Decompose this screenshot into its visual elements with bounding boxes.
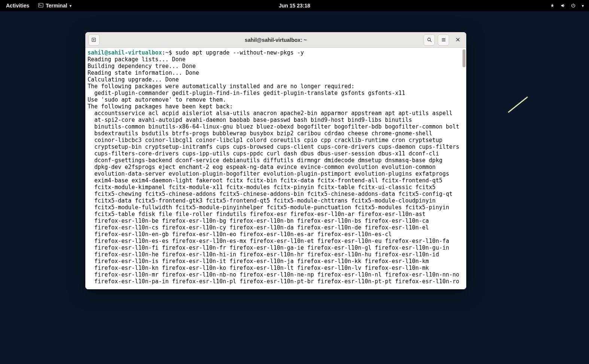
app-menu-label: Terminal <box>46 3 67 9</box>
package-list-line: firefox-esr-l10n-mr firefox-esr-l10n-nb-… <box>88 271 464 278</box>
package-list-line: fcitx5-data fcitx5-frontend-gtk3 fcitx5-… <box>88 197 464 204</box>
output-line: Calculating upgrade... Done <box>88 76 179 83</box>
package-list-line: at-spi2-core avahi-autoipd avahi-daemon … <box>88 117 464 123</box>
package-list-line: fcitx5-module-fullwidth fcitx5-module-pi… <box>88 204 464 211</box>
prompt-symbol: $ <box>169 49 172 56</box>
window-title: sahil@sahil-virtualbox: ~ <box>245 37 307 43</box>
clock[interactable]: Jun 15 23:18 <box>279 3 310 9</box>
prompt-path: ~ <box>165 49 169 56</box>
package-list-line: firefox-esr-l10n-cs firefox-esr-l10n-cy … <box>88 224 464 231</box>
package-list-line: dpkg-dev e2fsprogs eject enchant-2 eog e… <box>88 164 464 170</box>
package-list-line: fcitx5-chewing fcitx5-chinese-addons fci… <box>88 191 464 197</box>
menu-button[interactable] <box>438 34 449 46</box>
package-list-line: fcitx-module-kimpanel fcitx-module-x11 f… <box>88 184 464 191</box>
titlebar: sahil@sahil-virtualbox: ~ ✕ <box>85 32 466 48</box>
package-list-line: exim4-base exim4-daemon-light fakeroot f… <box>88 177 464 184</box>
package-list-line: firefox-esr-l10n-en-gb firefox-esr-l10n-… <box>88 231 464 238</box>
command-text: sudo apt upgrade --without-new-pkgs -y <box>176 49 304 56</box>
terminal-content[interactable]: sahil@sahil-virtualbox:~$ sudo apt upgra… <box>85 48 466 289</box>
power-icon[interactable] <box>571 3 576 8</box>
system-menu-chevron-icon[interactable]: ▾ <box>582 4 584 8</box>
package-list-line: fcitx5-table fdisk file file-roller find… <box>88 211 464 218</box>
prompt-user-host: sahil@sahil-virtualbox <box>88 49 162 56</box>
svg-line-4 <box>430 41 431 42</box>
package-list-line: bsdextrautils bsdutils btrfs-progs bubbl… <box>88 130 464 137</box>
scrollbar-thumb[interactable] <box>463 49 466 67</box>
package-list-line: firefox-esr-l10n-be firefox-esr-l10n-bg … <box>88 218 464 224</box>
package-list-line: firefox-esr-l10n-es-es firefox-esr-l10n-… <box>88 238 464 244</box>
activities-button[interactable]: Activities <box>6 3 29 9</box>
package-list-line: cups-filters-core-drivers cups-ipp-utils… <box>88 150 464 157</box>
package-list-line: firefox-esr-l10n-fi firefox-esr-l10n-fr … <box>88 244 464 251</box>
package-list-line: dconf-gsettings-backend dconf-service de… <box>88 157 464 164</box>
package-list-line: binutils-common binutils-x86-64-linux-gn… <box>88 123 464 130</box>
terminal-window: sahil@sahil-virtualbox: ~ ✕ sahil@sahil-… <box>85 32 466 289</box>
search-button[interactable] <box>424 34 435 46</box>
gnome-topbar: Activities Terminal ▾ Jun 15 23:18 ▾ <box>0 0 589 11</box>
output-line: Building dependency tree... Done <box>88 63 196 70</box>
package-list-line: firefox-esr-l10n-he firefox-esr-l10n-hi-… <box>88 251 464 258</box>
new-tab-button[interactable] <box>88 34 100 46</box>
package-list-line: evolution-data-server evolution-plugin-b… <box>88 170 464 177</box>
output-line: gedit-plugin-commander gedit-plugin-find… <box>88 90 464 96</box>
svg-line-1 <box>509 97 527 112</box>
package-list-line: accountsservice acl acpid aisleriot alsa… <box>88 110 464 117</box>
prompt-sep: : <box>162 49 165 56</box>
svg-rect-0 <box>39 3 43 7</box>
output-line: Reading state information... Done <box>88 70 199 76</box>
chevron-down-icon: ▾ <box>70 4 71 8</box>
close-button[interactable]: ✕ <box>452 34 463 46</box>
output-line: Reading package lists... Done <box>88 56 186 63</box>
output-line: The following packages have been kept ba… <box>88 103 233 110</box>
package-list-line: cryptsetup-bin cryptsetup-initramfs cups… <box>88 144 464 150</box>
terminal-icon <box>38 3 43 9</box>
network-icon[interactable] <box>550 3 555 8</box>
package-list-line: firefox-esr-l10n-kn firefox-esr-l10n-ko … <box>88 265 464 271</box>
package-list-line: coinor-libcbc3 coinor-libcgl1 coinor-lib… <box>88 137 464 144</box>
package-list-line: firefox-esr-l10n-pa-in firefox-esr-l10n-… <box>88 278 464 285</box>
wallpaper-streak <box>507 93 529 116</box>
output-line: Use 'sudo apt autoremove' to remove them… <box>88 96 226 103</box>
package-list-line: firefox-esr-l10n-is firefox-esr-l10n-it … <box>88 258 464 265</box>
output-line: The following packages were automaticall… <box>88 83 354 90</box>
close-icon: ✕ <box>455 36 460 43</box>
volume-icon[interactable] <box>560 3 565 8</box>
app-menu[interactable]: Terminal ▾ <box>38 3 71 9</box>
